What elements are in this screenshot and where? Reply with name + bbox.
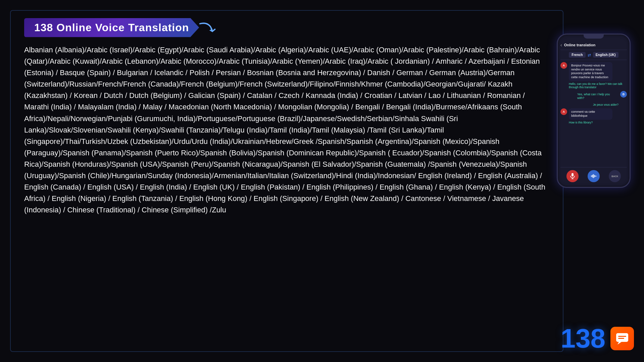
phone-controls: BACK — [560, 167, 627, 184]
svg-rect-6 — [594, 175, 595, 177]
back-chevron-icon[interactable]: ‹ — [560, 42, 562, 48]
chat-area: A Bonjour Pouvez-vous me rendre un servi… — [560, 60, 627, 167]
translated-1: Hello, can you do me a favor? We can tal… — [569, 82, 627, 89]
bubble-1: Bonjour Pouvez-vous me rendre un service… — [569, 62, 612, 81]
message-row-1: A Bonjour Pouvez-vous me rendre un servi… — [560, 62, 627, 81]
bubble-2: Yes, what can I help you with? — [575, 91, 618, 102]
avatar-a: A — [560, 62, 567, 69]
svg-rect-12 — [618, 338, 624, 339]
languages-list: Albanian (Albania)/Arabic (Israel)/Arabi… — [24, 44, 549, 216]
phone-notch — [584, 35, 604, 39]
phone-title: Online translation — [564, 43, 596, 47]
phone-screen: ‹ Online translation French ⇄ English (U… — [558, 39, 630, 187]
svg-rect-0 — [572, 173, 574, 176]
phone-mockup: ‹ Online translation French ⇄ English (U… — [557, 34, 631, 188]
svg-rect-9 — [616, 333, 628, 342]
svg-rect-3 — [591, 175, 592, 177]
svg-rect-7 — [595, 175, 596, 177]
message-row-3: A comment va cette bibliothèque — [560, 108, 627, 119]
arrow-icon — [197, 17, 217, 38]
app-title: 138 Online Voice Translation — [24, 18, 199, 37]
badge-number: 138 — [561, 325, 605, 352]
main-panel: 138 Online Voice Translation Albanian (A… — [10, 10, 563, 352]
phone-frame: ‹ Online translation French ⇄ English (U… — [557, 34, 631, 188]
avatar-b: B — [620, 91, 627, 98]
translated-2: Je peux vous aider? — [560, 103, 618, 106]
svg-rect-11 — [618, 336, 626, 337]
back-button[interactable]: BACK — [609, 170, 621, 182]
svg-marker-10 — [617, 342, 622, 345]
message-row-2: Yes, what can I help you with? B — [560, 91, 627, 102]
swap-icon[interactable]: ⇄ — [588, 53, 591, 57]
avatar-a-2: A — [560, 108, 567, 115]
mic-button[interactable] — [566, 170, 579, 182]
svg-rect-4 — [592, 175, 593, 177]
chat-icon — [610, 327, 634, 350]
target-language-button[interactable]: English (UK) — [593, 52, 618, 58]
title-banner: 138 Online Voice Translation — [24, 17, 217, 38]
source-language-button[interactable]: French — [569, 52, 585, 58]
bubble-3: comment va cette bibliothèque — [569, 108, 612, 119]
wave-button[interactable] — [588, 170, 600, 182]
translated-3: How is this library? — [569, 121, 627, 124]
language-selector: French ⇄ English (UK) — [560, 50, 627, 60]
svg-rect-8 — [596, 176, 597, 176]
phone-header: ‹ Online translation — [560, 40, 627, 50]
svg-rect-5 — [593, 174, 594, 178]
bottom-badge: 138 — [561, 325, 634, 352]
